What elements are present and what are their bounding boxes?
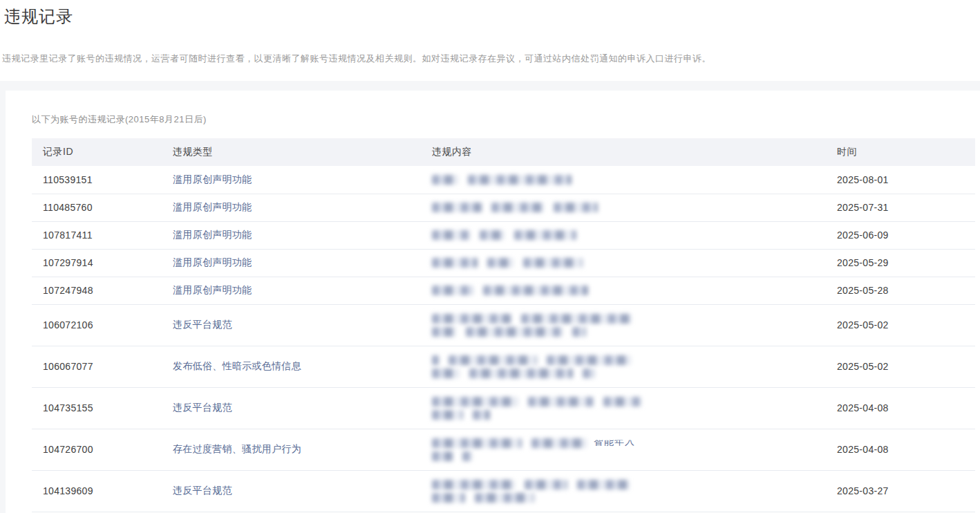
record-id: 104726700 — [43, 444, 93, 455]
table-row: 110539151 滥用原创声明功能 2025-08-01 — [32, 166, 975, 194]
redacted-content-line — [432, 353, 826, 366]
violation-date-cell: 2025-08-01 — [826, 166, 975, 194]
redacted-text-blur — [432, 203, 482, 212]
violation-content-cell — [421, 470, 826, 512]
violation-date-cell: 2025-05-29 — [826, 249, 975, 277]
violation-type-link[interactable]: 违反平台规范 — [173, 319, 232, 330]
violation-type-cell: 存在过度营销、骚扰用户行为 — [162, 429, 421, 470]
redacted-content-line — [432, 449, 826, 463]
redacted-text-blur — [475, 493, 534, 503]
violation-type-cell: 滥用原创声明功能 — [162, 194, 421, 221]
redacted-text-blur — [480, 230, 505, 240]
violation-date: 2025-08-01 — [837, 174, 889, 185]
violation-content-cell — [421, 346, 826, 387]
table-row: 104735155 违反平台规范 2025-04-08 — [32, 387, 975, 429]
violation-date: 2025-03-27 — [837, 485, 889, 496]
redacted-content-line — [432, 491, 826, 504]
table-row: 106067077 发布低俗、性暗示或色情信息 2025-05-02 — [32, 346, 975, 387]
redacted-text-blur — [487, 258, 513, 268]
violation-records-page: 违规记录 违规记录里记录了账号的违规情况，运营者可随时进行查看，以更清晰了解账号… — [0, 0, 980, 513]
redacted-text-blur — [432, 480, 515, 489]
violation-type-cell: 滥用原创声明功能 — [162, 249, 421, 277]
redacted-content-line — [432, 256, 826, 270]
record-id-cell: 106072106 — [32, 304, 162, 346]
table-row: 104726700 存在过度营销、骚扰用户行为 智能年入 2025-04-08 — [32, 429, 975, 470]
violation-type-cell: 违反平台规范 — [162, 470, 421, 512]
violation-type-link[interactable]: 滥用原创声明功能 — [173, 229, 252, 240]
redacted-text-blur — [432, 493, 465, 503]
redacted-text-blur — [525, 480, 567, 489]
record-id: 104735155 — [43, 402, 93, 413]
violation-date: 2025-05-29 — [837, 257, 889, 268]
redacted-text-blur — [432, 410, 463, 420]
violation-type-link[interactable]: 滥用原创声明功能 — [173, 256, 252, 268]
redacted-content-line — [432, 325, 826, 338]
record-id: 106072106 — [43, 319, 93, 330]
redacted-text-blur — [521, 314, 632, 324]
redacted-text-blur — [531, 438, 587, 448]
violation-date-cell: 2025-03-27 — [826, 470, 975, 512]
redacted-content-line — [432, 173, 826, 186]
violation-type-cell: 发布低俗、性暗示或色情信息 — [162, 346, 421, 387]
redacted-text-blur — [514, 230, 576, 240]
violation-type-link[interactable]: 发布低俗、性暗示或色情信息 — [173, 360, 301, 371]
redacted-text-blur — [432, 286, 473, 295]
record-id: 110485760 — [43, 202, 93, 213]
header-card-divider — [0, 81, 980, 91]
record-id: 106067077 — [43, 361, 93, 372]
column-header-violation-type: 违规类型 — [162, 138, 421, 166]
redacted-text-blur — [528, 397, 594, 407]
violation-date-cell: 2025-07-31 — [826, 194, 975, 221]
record-id: 107247948 — [43, 285, 93, 296]
redacted-text-blur — [483, 286, 588, 295]
redacted-content-line — [432, 395, 826, 408]
violation-type-link[interactable]: 滥用原创声明功能 — [173, 174, 252, 185]
violation-content-cell — [421, 221, 826, 249]
redacted-text-blur — [491, 203, 544, 212]
table-row: 106072106 违反平台规范 2025-05-02 — [32, 304, 975, 346]
records-note: 以下为账号的违规记录(2015年8月21日后) — [32, 113, 975, 126]
redacted-content-line — [432, 312, 826, 325]
record-id-cell: 110539151 — [32, 166, 162, 194]
violation-date: 2025-04-08 — [837, 402, 889, 413]
table-header: 记录ID 违规类型 违规内容 时间 — [32, 138, 975, 166]
violation-date-cell: 2025-05-02 — [826, 346, 975, 387]
violation-date-cell: 2025-04-08 — [826, 387, 975, 429]
table-row: 110485760 滥用原创声明功能 2025-07-31 — [32, 194, 975, 221]
violation-type-link[interactable]: 滥用原创声明功能 — [173, 201, 252, 212]
violation-date: 2025-05-28 — [837, 285, 889, 296]
record-id-cell: 104726700 — [32, 429, 162, 470]
violation-type-link[interactable]: 违反平台规范 — [173, 402, 232, 413]
redacted-text-blur — [547, 355, 631, 365]
redacted-text-blur — [462, 451, 472, 461]
violation-type-link[interactable]: 滥用原创声明功能 — [173, 284, 252, 295]
violation-content-cell — [421, 249, 826, 277]
violation-type-link[interactable]: 违反平台规范 — [173, 485, 232, 496]
redacted-text-blur — [473, 410, 490, 420]
record-id: 110539151 — [43, 174, 93, 185]
violation-content-cell: 智能年入 — [421, 429, 826, 470]
violation-date: 2025-05-02 — [837, 361, 889, 372]
redacted-text-blur — [432, 230, 470, 240]
redacted-content-line — [432, 201, 826, 214]
column-header-record-id: 记录ID — [32, 138, 162, 166]
redacted-text-blur — [432, 438, 522, 448]
violation-records-table: 记录ID 违规类型 违规内容 时间 110539151 滥用原创声明功能 202… — [32, 138, 975, 512]
redacted-text-blur — [432, 175, 458, 185]
violation-date-cell: 2025-05-28 — [826, 277, 975, 304]
redacted-text-blur — [603, 397, 641, 407]
redacted-content-line — [432, 478, 826, 491]
table-row: 104139609 违反平台规范 2025-03-27 — [32, 470, 975, 512]
violation-content-cell — [421, 304, 826, 346]
partially-visible-text: 智能年入 — [594, 436, 635, 448]
redacted-content-line — [432, 229, 826, 242]
violation-type-link[interactable]: 存在过度营销、骚扰用户行为 — [173, 443, 301, 454]
redacted-text-blur — [554, 203, 598, 212]
page-header: 违规记录 违规记录里记录了账号的违规情况，运营者可随时进行查看，以更清晰了解账号… — [0, 0, 980, 81]
record-id-cell: 107817411 — [32, 221, 162, 249]
violation-type-cell: 滥用原创声明功能 — [162, 277, 421, 304]
table-body: 110539151 滥用原创声明功能 2025-08-01 110485760 … — [32, 166, 975, 512]
redacted-text-blur — [572, 327, 586, 337]
violation-type-cell: 滥用原创声明功能 — [162, 221, 421, 249]
violation-type-cell: 违反平台规范 — [162, 304, 421, 346]
